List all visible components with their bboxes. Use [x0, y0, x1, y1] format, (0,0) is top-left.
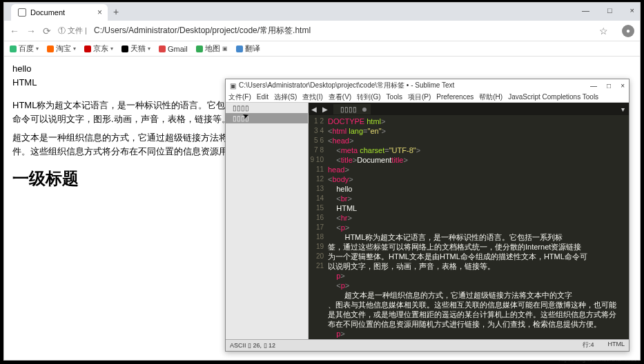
sublime-window: ▣ C:\Users\Administrator\Desktop\project… — [225, 79, 630, 352]
bookmarks-bar: 百度▾淘宝▾京东▾天猫▾Gmail地图▣翻译 — [4, 41, 640, 57]
sublime-menu-bar: 文件(F)Edit选择(S)查找(I)查看(V)转到(G)Tools项目(P)P… — [226, 92, 629, 103]
page-icon — [18, 8, 26, 17]
editor-tab-label: ▯▯▯▯ — [340, 105, 357, 113]
close-window-button[interactable]: × — [627, 5, 637, 16]
editor-tab[interactable]: ▯▯▯▯ — [333, 104, 371, 114]
sidebar-item[interactable]: ▯▯▯▯ — [226, 103, 308, 113]
minimize-button[interactable]: — — [590, 82, 597, 90]
reload-button[interactable]: ⟳ — [43, 26, 51, 37]
text-line: hello — [12, 62, 632, 76]
maximize-button[interactable]: □ — [605, 5, 615, 16]
unsaved-dot-icon — [362, 108, 367, 112]
editor-tab-bar: ◀ ▶ ▯▯▯▯ ▾ — [309, 103, 629, 115]
address-prefix: ① 文件 | — [58, 26, 87, 36]
tab-nav-left-icon[interactable]: ◀ — [309, 105, 320, 113]
bookmark-item[interactable]: 翻译 — [236, 43, 260, 54]
sublime-title-text: C:\Users\Administrator\Desktop\project\c… — [239, 81, 590, 90]
minimize-button[interactable]: — — [579, 5, 592, 16]
status-syntax[interactable]: HTML — [608, 341, 625, 350]
chrome-toolbar: ← → ⟳ ① 文件 | C:/Users/Administrator/Desk… — [4, 21, 640, 41]
maximize-button[interactable]: □ — [607, 82, 611, 90]
back-button[interactable]: ← — [10, 26, 19, 37]
sublime-window-controls: — □ × — [590, 82, 625, 90]
code-editor[interactable]: 1 2 3 4 5 6 7 8 9 10 11 12 13 14 15 16 1… — [309, 115, 629, 339]
user-avatar-icon[interactable]: ● — [622, 25, 634, 37]
bookmark-item[interactable]: 淘宝▾ — [47, 43, 76, 54]
line-numbers: 1 2 3 4 5 6 7 8 9 10 11 12 13 14 15 16 1… — [309, 115, 328, 339]
menu-item[interactable]: 帮助(H) — [479, 92, 502, 102]
sublime-titlebar[interactable]: ▣ C:\Users\Administrator\Desktop\project… — [226, 79, 629, 92]
bookmark-item[interactable]: Gmail — [159, 45, 188, 53]
menu-item[interactable]: Edit — [257, 93, 269, 101]
status-left: ASCII ▯ 26, ▯ 12 — [230, 342, 275, 349]
menu-item[interactable]: 查找(I) — [302, 92, 322, 102]
code-lines[interactable]: DOCTYPE html> <html lang="en"> <head> <m… — [328, 115, 629, 339]
editor-area: ◀ ▶ ▯▯▯▯ ▾ 1 2 3 4 5 6 7 8 9 10 11 12 13… — [309, 103, 629, 339]
tab-nav-right-icon[interactable]: ▶ — [320, 105, 331, 113]
status-line-col[interactable]: 行:4 — [583, 341, 594, 350]
menu-item[interactable]: 文件(F) — [228, 92, 251, 102]
menu-item[interactable]: JavaScript Completions Tools — [508, 93, 598, 101]
menu-item[interactable]: 转到(G) — [357, 92, 380, 102]
menu-item[interactable]: 选择(S) — [274, 92, 297, 102]
new-tab-button[interactable]: + — [113, 6, 119, 17]
bookmark-item[interactable]: 地图▣ — [196, 43, 228, 54]
bookmark-item[interactable]: 京东▾ — [84, 43, 113, 54]
sublime-body: ▯▯▯▯ ▯▯▯▯ ◀ ▶ ▯▯▯▯ ▾ 1 2 3 4 5 6 7 8 9 1… — [226, 103, 629, 339]
sublime-status-bar: ASCII ▯ 26, ▯ 12 行:4 HTML — [226, 339, 629, 350]
bookmark-star-icon[interactable]: ☆ — [599, 26, 608, 37]
sublime-sidebar: ▯▯▯▯ ▯▯▯▯ — [226, 103, 309, 339]
favicon-icon — [121, 46, 128, 52]
favicon-icon — [10, 46, 17, 52]
tab-title: Document — [30, 8, 65, 17]
bookmark-item[interactable]: 百度▾ — [10, 43, 39, 54]
browser-tab[interactable]: Document × — [11, 4, 108, 21]
close-tab-icon[interactable]: × — [97, 8, 102, 17]
forward-button[interactable]: → — [26, 26, 36, 37]
watermark: https://blog.csdn.net/renaixu0314 — [558, 356, 640, 363]
favicon-icon — [236, 46, 243, 52]
chrome-window-controls: — □ × — [579, 5, 637, 16]
address-bar[interactable]: C:/Users/Administrator/Desktop/project/c… — [94, 25, 311, 37]
close-window-button[interactable]: × — [621, 82, 625, 90]
bookmark-item[interactable]: 天猫▾ — [121, 43, 150, 54]
menu-item[interactable]: Tools — [387, 93, 402, 101]
favicon-icon — [84, 46, 91, 52]
menu-item[interactable]: 查看(V) — [329, 92, 351, 102]
menu-item[interactable]: 项目(P) — [408, 92, 431, 102]
chrome-tab-strip: Document × + — □ × — [4, 3, 640, 21]
favicon-icon — [47, 46, 54, 52]
menu-item[interactable]: Preferences — [436, 93, 474, 101]
favicon-icon — [196, 46, 203, 52]
sidebar-item-selected[interactable]: ▯▯▯▯ — [226, 113, 308, 123]
sublime-app-icon: ▣ — [230, 82, 236, 90]
favicon-icon — [159, 46, 166, 52]
tab-dropdown-icon[interactable]: ▾ — [621, 105, 629, 113]
